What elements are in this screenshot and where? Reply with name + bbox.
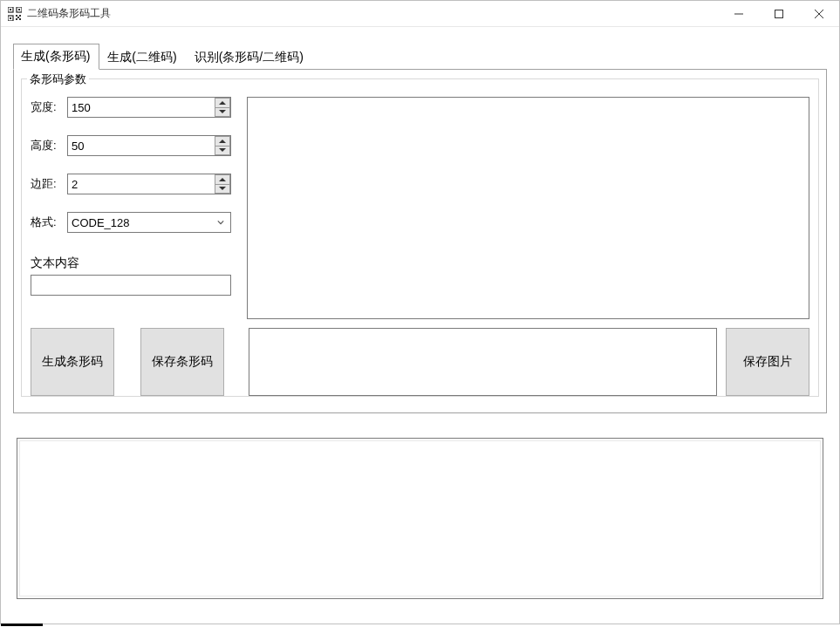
- tab-page-generate-barcode: 条形码参数 宽度:: [13, 69, 827, 413]
- format-select-caret[interactable]: [213, 213, 229, 232]
- svg-rect-7: [19, 15, 21, 17]
- chevron-up-icon: [219, 178, 226, 181]
- text-content-label: 文本内容: [31, 256, 231, 271]
- svg-rect-12: [775, 10, 783, 18]
- chevron-down-icon: [217, 219, 224, 226]
- result-text-box[interactable]: [249, 328, 717, 396]
- titlebar: 二维码条形码工具: [1, 1, 839, 27]
- barcode-preview: [247, 97, 809, 319]
- format-label: 格式:: [31, 215, 67, 230]
- tab-generate-barcode[interactable]: 生成(条形码): [13, 44, 99, 70]
- tab-recognize[interactable]: 识别(条形码/二维码): [187, 44, 313, 70]
- width-spin-up[interactable]: [215, 98, 230, 108]
- width-spin-down[interactable]: [215, 108, 230, 118]
- footer-strip: [1, 624, 43, 626]
- height-spin-up[interactable]: [215, 136, 230, 147]
- chevron-up-icon: [219, 101, 226, 105]
- tab-strip: 生成(条形码) 生成(二维码) 识别(条形码/二维码): [13, 43, 827, 69]
- height-spin-down[interactable]: [215, 147, 230, 156]
- svg-rect-9: [19, 18, 21, 20]
- svg-rect-6: [16, 15, 17, 17]
- text-content-input[interactable]: [31, 275, 231, 296]
- barcode-params-group: 条形码参数 宽度:: [21, 78, 819, 397]
- width-input[interactable]: [67, 97, 231, 118]
- qrcode-app-icon: [8, 7, 22, 21]
- height-input[interactable]: [67, 135, 231, 156]
- param-column: 宽度: 高度:: [31, 97, 231, 319]
- svg-rect-5: [10, 17, 11, 19]
- minimize-button[interactable]: [719, 1, 759, 27]
- format-select[interactable]: [67, 212, 231, 233]
- svg-rect-10: [17, 17, 19, 18]
- groupbox-legend: 条形码参数: [27, 72, 89, 87]
- margin-spin-down[interactable]: [215, 185, 230, 194]
- margin-input[interactable]: [67, 174, 231, 194]
- app-window: 二维码条形码工具 生成(条形码) 生成(二维码) 识别(条形码/二维码) 条形码…: [0, 0, 840, 624]
- save-barcode-button[interactable]: 保存条形码: [140, 328, 224, 396]
- window-controls: [719, 1, 839, 26]
- log-textarea[interactable]: [17, 438, 823, 599]
- height-label: 高度:: [31, 138, 67, 153]
- save-image-button[interactable]: 保存图片: [726, 328, 809, 396]
- svg-rect-1: [10, 9, 11, 10]
- chevron-up-icon: [219, 140, 226, 143]
- svg-rect-8: [16, 18, 17, 20]
- chevron-down-icon: [219, 110, 226, 113]
- tab-generate-qrcode[interactable]: 生成(二维码): [99, 44, 186, 70]
- width-label: 宽度:: [31, 99, 67, 115]
- maximize-button[interactable]: [759, 1, 799, 27]
- close-button[interactable]: [799, 1, 839, 27]
- window-title: 二维码条形码工具: [27, 6, 719, 21]
- chevron-down-icon: [219, 148, 226, 152]
- generate-barcode-button[interactable]: 生成条形码: [31, 328, 114, 396]
- svg-rect-3: [18, 9, 20, 10]
- chevron-down-icon: [219, 187, 226, 190]
- margin-spin-up[interactable]: [215, 174, 230, 185]
- margin-label: 边距:: [31, 176, 67, 192]
